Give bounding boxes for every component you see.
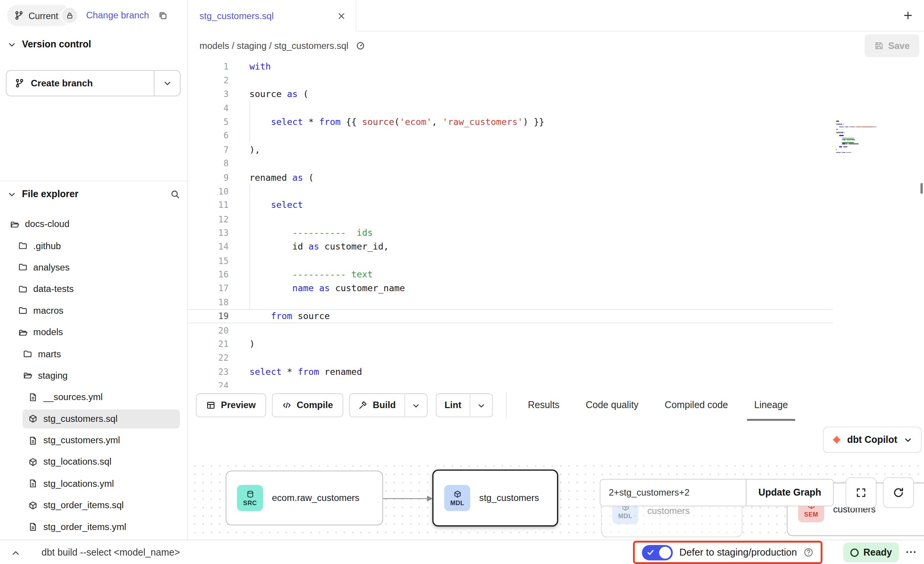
lineage-selector-input[interactable]: 2+stg_customers+2 (600, 479, 746, 507)
lock-icon (61, 6, 79, 24)
node-label: ecom.raw_customers (272, 493, 359, 503)
file-name: stg_order_items.sql (44, 500, 124, 511)
help-icon[interactable] (803, 547, 813, 557)
lint-button[interactable]: Lint (436, 394, 470, 417)
code-icon (282, 400, 291, 410)
dbt-copilot-label: dbt Copilot (847, 434, 897, 445)
line-number: 12 (187, 214, 228, 224)
file-tree-item[interactable]: macros (0, 300, 187, 322)
lint-dropdown[interactable] (470, 394, 492, 417)
file-icon (28, 392, 38, 402)
scrollbar-thumb[interactable] (921, 183, 923, 194)
current-branch-chip[interactable]: Current (7, 5, 71, 26)
update-graph-button[interactable]: Update Graph (746, 479, 834, 507)
lineage-toolbar: dbt Copilot (187, 423, 924, 459)
cube-icon (453, 490, 462, 499)
file-name: stg_customers.yml (44, 435, 120, 446)
file-explorer-header[interactable]: File explorer (7, 184, 180, 204)
build-dropdown[interactable] (404, 394, 426, 417)
file-tree-item[interactable]: stg_order_items.sql (0, 494, 187, 516)
copy-icon[interactable] (158, 11, 168, 20)
file-tree-item[interactable]: analyses (0, 257, 187, 279)
folder-open-icon (23, 371, 32, 381)
tab-results[interactable]: Results (528, 400, 560, 411)
lineage-node-source[interactable]: SRC ecom.raw_customers (226, 471, 383, 525)
file-tree-item[interactable]: stg_customers.yml (0, 429, 187, 451)
refresh-icon (893, 487, 905, 499)
version-control-header[interactable]: Version control (7, 39, 91, 50)
file-name: analyses (33, 262, 69, 273)
editor-tab-label: stg_customers.sql (200, 10, 274, 21)
file-tree-item[interactable]: data-tests (0, 278, 187, 300)
ellipsis-menu-button[interactable] (899, 543, 923, 562)
code-text: name as customer_name (249, 282, 405, 295)
folder-icon (18, 284, 28, 294)
save-button[interactable]: Save (864, 34, 919, 57)
file-tree-item[interactable]: stg_locations.sql (0, 451, 187, 473)
line-number: 7 (187, 145, 228, 154)
save-label: Save (888, 40, 909, 51)
action-bar: Preview Compile Build Lint ResultsCode q… (187, 387, 924, 423)
meter-icon[interactable] (355, 41, 365, 50)
section-divider (0, 181, 187, 182)
dbt-copilot-button[interactable]: dbt Copilot (823, 427, 922, 453)
file-tree-item[interactable]: marts (0, 343, 187, 365)
status-ready-badge[interactable]: Ready (843, 543, 899, 562)
close-icon[interactable] (337, 11, 346, 21)
line-number: 1 (187, 62, 228, 71)
file-name: models (33, 327, 63, 338)
tab-compiled-code[interactable]: Compiled code (665, 400, 728, 411)
new-tab-button[interactable] (898, 5, 918, 26)
git-branch-icon (15, 78, 24, 88)
code-line: 8 (187, 157, 924, 170)
line-number: 18 (187, 298, 228, 307)
minimap[interactable] (836, 121, 886, 155)
git-branch-icon (14, 11, 24, 20)
search-icon[interactable] (170, 190, 180, 199)
preview-button[interactable]: Preview (196, 394, 266, 417)
defer-toggle[interactable] (642, 545, 673, 560)
lineage-canvas[interactable]: SRC ecom.raw_customers MDL stg_customers… (187, 459, 924, 540)
code-line: 7), (187, 143, 924, 157)
file-tree-item[interactable]: .github (0, 235, 187, 257)
lineage-node-model-selected[interactable]: MDL stg_customers (432, 470, 558, 527)
dbt-cloud-ide: Current Change branch Version control Cr… (0, 0, 924, 564)
editor-tab[interactable]: stg_customers.sql (187, 0, 356, 31)
breadcrumb-row: models / staging / stg_customers.sql Sav… (187, 31, 924, 59)
create-branch-label: Create branch (31, 78, 93, 89)
file-name: stg_locations.sql (44, 457, 111, 467)
compile-button[interactable]: Compile (272, 394, 343, 417)
file-tree-item[interactable]: __sources.yml (0, 386, 187, 408)
lint-split-button: Lint (436, 394, 493, 417)
file-name: __sources.yml (44, 392, 103, 402)
chevron-down-icon (903, 435, 913, 444)
tab-lineage[interactable]: Lineage (754, 400, 788, 411)
create-branch-dropdown[interactable] (154, 71, 180, 96)
file-tree-item[interactable]: staging (0, 365, 187, 387)
folder-icon (18, 306, 28, 316)
hammer-icon (358, 400, 367, 410)
code-line: 2 (187, 73, 924, 87)
refresh-button[interactable] (883, 477, 914, 508)
file-tree-item[interactable]: docs-cloud (0, 213, 187, 235)
chevron-up-icon[interactable] (8, 546, 23, 560)
fullscreen-button[interactable] (846, 477, 877, 508)
build-label: Build (373, 400, 396, 411)
code-area[interactable]: 1with23source as (45 select * from {{ so… (187, 60, 924, 388)
file-tree-item[interactable]: stg_order_items.yml (0, 516, 187, 538)
change-branch-link[interactable]: Change branch (86, 10, 149, 21)
preview-label: Preview (221, 400, 256, 411)
file-tree-item[interactable]: stg_locations.yml (0, 473, 187, 495)
node-label: customers (647, 506, 690, 517)
file-tree-item[interactable]: models (0, 321, 187, 343)
tab-code-quality[interactable]: Code quality (586, 400, 638, 411)
file-name: macros (33, 305, 63, 316)
line-number: 16 (187, 270, 228, 279)
ready-label: Ready (863, 547, 892, 558)
build-button[interactable]: Build (350, 394, 404, 417)
code-editor[interactable]: 1with23source as (45 select * from {{ so… (187, 60, 924, 388)
create-branch-button[interactable]: Create branch (6, 70, 181, 96)
file-tree-item[interactable]: stg_customers.sql (0, 408, 187, 430)
folder-open-icon (10, 219, 19, 229)
code-line: 22 (187, 351, 924, 365)
